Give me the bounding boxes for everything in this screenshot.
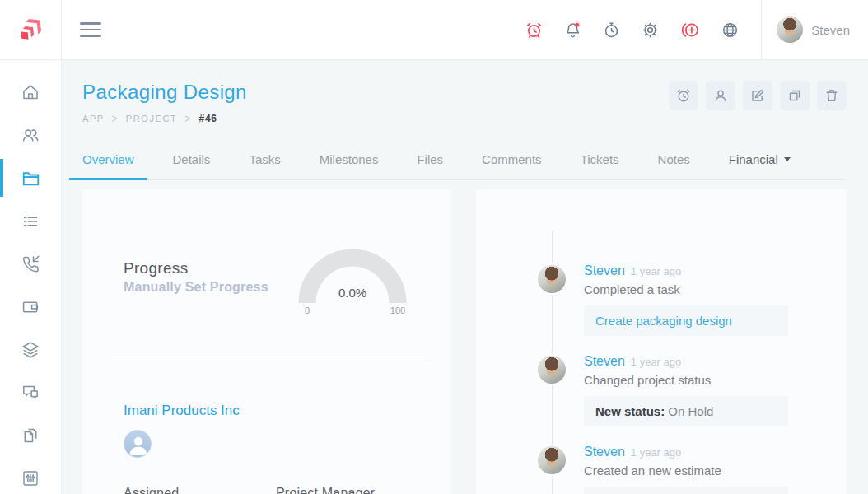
sidebar-item-templates[interactable]	[0, 426, 61, 445]
activity-timestamp: 1 year ago	[631, 356, 681, 368]
gauge-max-label: 100	[390, 305, 405, 315]
wallet-icon	[21, 297, 40, 317]
chevron-down-icon	[784, 157, 791, 161]
activity-detail-box	[584, 487, 788, 494]
gauge-min-label: 0	[305, 305, 310, 315]
settings-gear-icon[interactable]	[641, 21, 660, 40]
tab-notes[interactable]: Notes	[658, 152, 690, 179]
sidebar-item-messages[interactable]	[0, 383, 61, 403]
activity-item: Steven 1 year ago Completed a task Creat…	[476, 263, 847, 336]
alarm-icon	[675, 87, 692, 104]
activity-task-link[interactable]: Create packaging design	[584, 305, 788, 336]
page-title: Packaging Design	[82, 81, 247, 104]
gauge-value: 0.0%	[338, 286, 366, 300]
reminders-alarm-icon[interactable]	[525, 21, 544, 40]
breadcrumb-separator: >	[184, 112, 191, 125]
assigned-label: Assigned	[124, 486, 276, 494]
sidebar-item-contacts[interactable]	[0, 125, 61, 145]
progress-title: Progress	[124, 259, 287, 277]
breadcrumb-id: #46	[198, 113, 217, 124]
divider	[103, 361, 432, 361]
activity-action: Changed project status	[584, 373, 812, 387]
breadcrumb-section[interactable]: PROJECT	[126, 114, 178, 124]
breadcrumb-app[interactable]: APP	[82, 114, 105, 124]
user-menu[interactable]: Steven	[761, 0, 868, 59]
duplicate-button[interactable]	[780, 81, 810, 110]
delete-button[interactable]	[817, 81, 847, 110]
activity-timestamp: 1 year ago	[631, 446, 681, 459]
activity-avatar	[536, 263, 567, 295]
progress-card: Progress Manually Set Progress 0.0% 0 10…	[82, 189, 451, 494]
list-icon	[21, 212, 40, 231]
activity-timestamp: 1 year ago	[631, 265, 681, 277]
client-avatar[interactable]	[124, 430, 152, 458]
sidebar-item-tasks[interactable]	[0, 212, 61, 231]
user-name: Steven	[811, 23, 850, 37]
record-timer-plus-icon[interactable]	[679, 21, 701, 40]
project-manager-label: Project Manager	[276, 486, 428, 494]
assign-user-button[interactable]	[706, 81, 735, 110]
tab-tickets[interactable]: Tickets	[581, 152, 619, 179]
progress-gauge: 0.0% 0 100	[287, 237, 418, 316]
menu-toggle-icon[interactable]	[80, 18, 101, 41]
tab-details[interactable]: Details	[173, 152, 211, 179]
user-avatar	[777, 16, 803, 43]
status-label: New status:	[595, 404, 665, 418]
app-logo[interactable]	[0, 0, 62, 59]
status-value: On Hold	[668, 404, 713, 418]
sidebar-item-sales[interactable]	[0, 297, 61, 317]
breadcrumb-separator: >	[112, 112, 119, 125]
tab-milestones[interactable]: Milestones	[320, 152, 379, 179]
breadcrumb: APP > PROJECT > #46	[82, 113, 247, 124]
tab-comments[interactable]: Comments	[482, 152, 542, 179]
activity-user-link[interactable]: Steven	[584, 354, 625, 369]
tab-tasks[interactable]: Tasks	[249, 152, 280, 179]
sliders-icon	[21, 468, 40, 488]
activity-status-box: New status: On Hold	[584, 396, 788, 426]
activity-user-link[interactable]: Steven	[584, 263, 625, 278]
tab-files[interactable]: Files	[417, 152, 443, 179]
client-link[interactable]: Imani Products Inc	[124, 403, 240, 419]
project-tabs: Overview Details Tasks Milestones Files …	[82, 152, 847, 180]
tab-overview[interactable]: Overview	[82, 152, 134, 179]
activity-avatar	[536, 354, 567, 385]
main-content: Packaging Design APP > PROJECT > #46	[62, 60, 868, 494]
sidebar-item-home[interactable]	[0, 82, 61, 102]
sidebar-item-utilities[interactable]	[0, 468, 61, 488]
users-icon	[21, 125, 40, 145]
tab-financial[interactable]: Financial	[729, 152, 791, 179]
sidebar-item-projects[interactable]	[0, 168, 61, 189]
activity-action: Completed a task	[584, 282, 812, 296]
activity-card: Steven 1 year ago Completed a task Creat…	[476, 189, 847, 494]
project-actions	[669, 81, 847, 110]
sidebar-nav	[0, 60, 62, 494]
activity-item: Steven 1 year ago Created an new estimat…	[476, 445, 847, 494]
folder-icon	[21, 168, 41, 189]
progress-subtitle: Manually Set Progress	[124, 280, 287, 295]
activity-action: Created an new estimate	[584, 464, 812, 478]
activity-avatar	[536, 445, 567, 476]
edit-icon	[749, 87, 766, 104]
activity-item: Steven 1 year ago Changed project status…	[476, 354, 847, 426]
chat-bubbles-icon	[21, 383, 40, 403]
language-globe-icon[interactable]	[721, 21, 740, 40]
sidebar-item-leads[interactable]	[0, 254, 61, 274]
documents-icon	[21, 426, 40, 445]
top-bar: Steven	[0, 0, 868, 60]
user-icon	[712, 87, 729, 104]
notifications-bell-icon[interactable]	[563, 21, 582, 40]
logo-icon	[13, 12, 48, 47]
home-icon	[21, 82, 40, 102]
phone-incoming-icon	[21, 254, 40, 274]
layers-icon	[21, 340, 40, 360]
trash-icon	[824, 87, 840, 104]
activity-user-link[interactable]: Steven	[584, 445, 625, 459]
copy-icon	[786, 87, 803, 104]
timer-button[interactable]	[669, 81, 698, 110]
timer-stopwatch-icon[interactable]	[602, 21, 621, 40]
sidebar-item-subscriptions[interactable]	[0, 340, 61, 360]
edit-button[interactable]	[743, 81, 772, 110]
